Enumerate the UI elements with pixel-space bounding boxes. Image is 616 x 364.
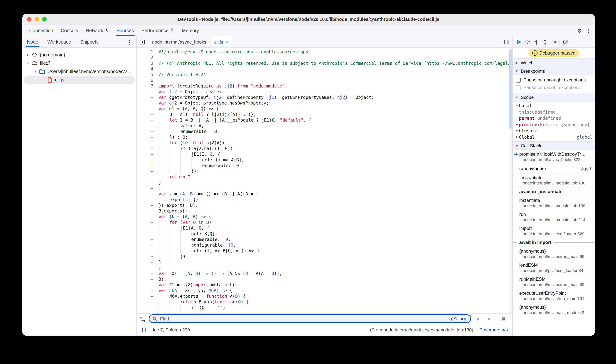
scrollbar-thumb[interactable] [509,49,512,129]
line-number[interactable]: – [137,100,159,106]
sidebar-tab-snippets[interactable]: Snippets [75,36,103,47]
checkbox[interactable] [516,78,521,82]
minimize-window-button[interactable] [35,17,39,22]
callstack-frame[interactable]: instantiatenode:internal/m…module_job:10… [513,196,595,210]
tree-chevron-down-icon[interactable]: ▾ [34,70,38,74]
tab-sources[interactable]: Sources [113,25,138,36]
scope-row[interactable]: parent: undefined [513,115,595,121]
line-number[interactable]: – [137,271,159,276]
tree-item-file-[interactable]: ▾file:// [24,59,135,67]
line-number[interactable]: – [137,288,159,294]
line-number[interactable]: – [137,237,159,242]
line-number[interactable]: – [137,305,159,311]
callstack-frame[interactable]: _instantiatenode:internal/m…module_job:1… [513,173,595,187]
line-number[interactable]: 1 [137,49,159,55]
line-number[interactable]: – [137,260,159,265]
line-number[interactable]: 5 [137,72,159,78]
line-number[interactable]: – [137,214,159,220]
line-number[interactable]: – [137,134,159,140]
line-number[interactable]: – [137,225,159,231]
line-number[interactable]: – [137,299,159,305]
line-number[interactable]: – [137,146,159,152]
chevron-right-icon[interactable]: ▶ [515,134,519,140]
editor-tab-node-internal-async-hooks[interactable]: node:internal/async_hooks [148,36,210,47]
line-number[interactable]: 6 [137,78,159,83]
callstack-frame[interactable]: (anonymous)node:internal/m…es/run_main:9… [513,247,595,261]
tree-item-cli-js[interactable]: cli.js [24,76,135,84]
tree-chevron-right-icon[interactable]: ▸ [26,53,30,57]
line-number[interactable]: – [137,112,159,117]
scope-row[interactable]: ▼Local [513,103,595,109]
code-viewport[interactable]: 1234567–––––––––––––––––––––––––––––––––… [137,48,512,313]
line-number[interactable]: – [137,186,159,191]
line-number[interactable]: – [137,282,159,288]
editor-tab-cli-js[interactable]: cli.js× [210,36,232,47]
line-number[interactable]: – [137,152,159,157]
watch-section-header[interactable]: ▶ Watch [513,58,595,67]
source-code[interactable]: #!/usr/bin/env -S node --no-warnings --e… [159,48,512,313]
line-number[interactable]: – [137,123,159,129]
line-number[interactable]: 2 [137,55,159,61]
callstack-frame[interactable]: executeUserEntryPointnode:internal/m…s/r… [513,289,595,303]
collapse-navigator-icon[interactable] [137,36,148,47]
regex-toggle[interactable]: (.*) [451,316,457,321]
callstack-frame[interactable]: (anonymous)node:internal/m…main_module:2 [513,303,595,317]
chevron-right-icon[interactable]: ▶ [515,121,519,128]
source-map-link[interactable]: node:internal/modules/esm/module_job:130 [383,327,472,333]
step-over-button[interactable] [525,39,531,45]
zoom-window-button[interactable] [42,17,47,22]
callstack-frame[interactable]: loadESMnode:internal/p…/esm_loader:34 [513,261,595,275]
tab-console[interactable]: Console [57,25,82,36]
breakpoint-option[interactable]: Pause on caught exceptions [513,84,595,91]
line-number[interactable]: – [137,231,159,237]
deactivate-breakpoints-button[interactable] [562,39,569,45]
editor-scrollbar[interactable] [509,48,512,313]
line-number[interactable]: – [137,191,159,197]
pretty-print-icon[interactable]: {} [141,327,147,333]
breakpoints-section-header[interactable]: ▼ Breakpoints [513,67,595,75]
line-number[interactable]: – [137,276,159,282]
line-number[interactable]: 4 [137,66,159,72]
chevron-right-icon[interactable]: ▶ [515,128,519,134]
coverage-link[interactable]: Coverage: n/a [479,327,508,333]
line-number-gutter[interactable]: 1234567–––––––––––––––––––––––––––––––––… [137,48,159,313]
callstack-frame[interactable]: runnode:internal/m…module_job:214 [513,210,595,224]
line-number[interactable]: 3 [137,61,159,66]
line-number[interactable]: – [137,294,159,299]
step-button[interactable] [551,39,557,45]
callstack-frame[interactable]: runMainESMnode:internal/m…es/run_main:98 [513,275,595,289]
scope-section-header[interactable]: ▼ Scope [513,93,595,102]
callstack-frame[interactable]: promiseInitHookWithDestroyTr…node:intern… [513,150,595,164]
line-number[interactable]: – [137,208,159,214]
line-number[interactable]: 7 [137,83,159,89]
line-number[interactable]: – [137,197,159,203]
step-into-button[interactable] [533,39,539,45]
tab-network[interactable]: Network [82,25,113,36]
replace-toggle-icon[interactable]: AB [140,316,146,322]
callstack-frame[interactable]: importnode:internal/m…esm/loader:329 [513,224,595,238]
line-number[interactable]: – [137,265,159,271]
breakpoint-option[interactable]: Pause on uncaught exceptions [513,76,595,84]
navigator-more-icon[interactable]: ⋮ [127,36,136,47]
close-window-button[interactable] [27,17,31,22]
line-number[interactable]: – [137,242,159,248]
line-number[interactable]: – [137,174,159,180]
line-number[interactable]: – [137,169,159,174]
find-next-button[interactable]: ∨ [485,316,493,321]
sidebar-tab-workspace[interactable]: Workspace [43,36,76,47]
find-input[interactable] [159,316,449,322]
close-tab-icon[interactable]: × [225,39,228,44]
resume-script-button[interactable] [516,39,522,45]
chevron-down-icon[interactable]: ▼ [515,103,519,109]
more-options-icon[interactable]: ⋮ [586,28,591,33]
tree-chevron-down-icon[interactable]: ▾ [26,61,30,65]
tab-performance[interactable]: Performance [138,25,178,36]
line-number[interactable]: – [137,163,159,169]
tab-connection[interactable]: Connection [25,25,57,36]
scope-row[interactable]: ▶promise: Promise {<pending>} [513,121,595,128]
step-out-button[interactable] [542,39,548,45]
scope-row[interactable]: ▶Closure [513,128,595,134]
line-number[interactable]: – [137,254,159,260]
line-number[interactable]: – [137,248,159,254]
line-number[interactable]: – [137,180,159,186]
